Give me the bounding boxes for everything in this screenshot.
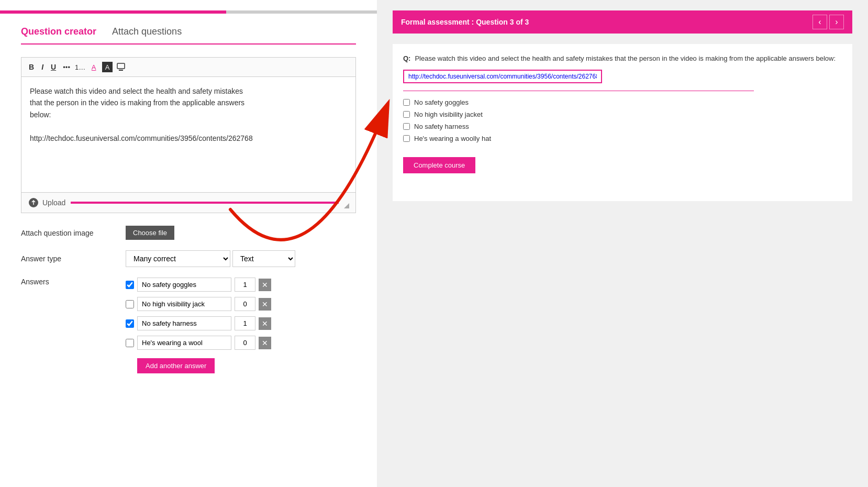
attach-image-row: Attach question image Choose file [21,226,356,240]
complete-course-button[interactable]: Complete course [403,157,475,173]
answer-checkbox-2[interactable] [126,300,134,308]
answer-delete-3[interactable]: ✕ [259,317,271,330]
question-body-text: Please watch this video and select the h… [415,54,836,62]
font-color-icon[interactable]: A [88,62,99,72]
separator [403,91,754,91]
option-checkbox-1[interactable] [403,99,410,106]
answer-text-3[interactable] [137,316,231,330]
option-label-1: No safety goggles [414,98,469,106]
answer-row-3: ✕ [126,316,271,330]
answer-row-1: ✕ [126,278,271,292]
upload-label: Upload [42,198,65,207]
editor-url: http://techdoc.fuseuniversal.com/communi… [30,132,347,144]
nav-prev-button[interactable]: ‹ [813,15,827,29]
option-row-2: No high visibility jacket [403,110,842,118]
right-panel: Formal assessment : Question 3 of 3 ‹ › … [377,0,868,487]
editor-toolbar: B I U ••• 1… A A [21,58,355,77]
numbered-list-icon[interactable]: 1… [75,62,85,72]
bullet-list-icon[interactable]: ••• [61,62,72,72]
option-label-3: No safety harness [414,123,469,130]
assessment-header: Formal assessment : Question 3 of 3 ‹ › [393,10,852,34]
underline-button[interactable]: U [49,62,58,72]
editor-body[interactable]: Please watch this video and select the h… [21,77,355,192]
answers-header-row: Answers ✕ ✕ [21,278,356,373]
answer-delete-2[interactable]: ✕ [259,298,271,311]
highlight-icon[interactable]: A [102,62,113,72]
answer-checkbox-4[interactable] [126,339,134,347]
choose-file-button[interactable]: Choose file [126,226,174,240]
answers-label: Answers [21,278,126,286]
answer-delete-1[interactable]: ✕ [259,279,271,291]
attach-image-label: Attach question image [21,229,126,237]
question-text-row: Q: Please watch this video and select th… [403,54,842,62]
option-row-1: No safety goggles [403,98,842,106]
editor-content-line3: below: [30,109,347,120]
resize-handle[interactable] [344,203,349,208]
answer-score-2[interactable] [235,297,255,311]
answer-type-label: Answer type [21,254,126,263]
nav-next-button[interactable]: › [829,15,844,29]
answer-row-4: ✕ [126,336,271,350]
option-label-2: No high visibility jacket [414,110,483,118]
answer-score-1[interactable] [235,278,255,292]
question-url-input[interactable] [403,70,602,83]
tab-question-creator[interactable]: Question creator [21,24,102,39]
option-row-3: No safety harness [403,123,842,130]
option-checkbox-3[interactable] [403,123,410,130]
answers-list: ✕ ✕ ✕ [126,278,271,373]
answers-section: Answers ✕ ✕ [21,278,356,373]
editor-footer: Upload [21,192,355,213]
answer-score-4[interactable] [235,336,255,350]
question-content: Q: Please watch this video and select th… [393,44,852,201]
assessment-title: Formal assessment : Question 3 of 3 [401,18,810,26]
tab-attach-questions[interactable]: Attach questions [112,24,187,39]
svg-rect-1 [119,70,123,71]
answer-checkbox-1[interactable] [126,281,134,289]
add-answer-button[interactable]: Add another answer [137,358,215,373]
editor-content-line1: Please watch this video and select the h… [30,85,347,97]
embed-icon[interactable] [116,62,126,72]
tabs-container: Question creator Attach questions [21,24,356,45]
answer-text-2[interactable] [137,297,231,311]
answer-text-1[interactable] [137,278,231,292]
editor-content-line2: that the person in the video is making f… [30,97,347,108]
option-row-4: He's wearing a woolly hat [403,135,842,142]
option-checkbox-2[interactable] [403,111,410,118]
question-editor: B I U ••• 1… A A Please watch this video… [21,57,356,213]
option-checkbox-4[interactable] [403,135,410,142]
italic-button[interactable]: I [39,62,46,72]
question-label: Q: [403,54,410,62]
answer-type-select-main[interactable]: Many correct [126,250,230,267]
bold-button[interactable]: B [27,62,36,72]
answer-type-select-text[interactable]: Text [232,250,295,267]
answer-score-3[interactable] [235,316,255,330]
svg-rect-0 [117,63,125,69]
upload-progress-bar [71,202,339,204]
upload-icon [28,197,39,208]
answer-checkbox-3[interactable] [126,319,134,328]
answer-type-row: Answer type Many correct Text [21,250,356,267]
answer-text-4[interactable] [137,336,231,350]
option-label-4: He's wearing a woolly hat [414,135,491,142]
answer-row-2: ✕ [126,297,271,311]
answer-delete-4[interactable]: ✕ [259,337,271,349]
